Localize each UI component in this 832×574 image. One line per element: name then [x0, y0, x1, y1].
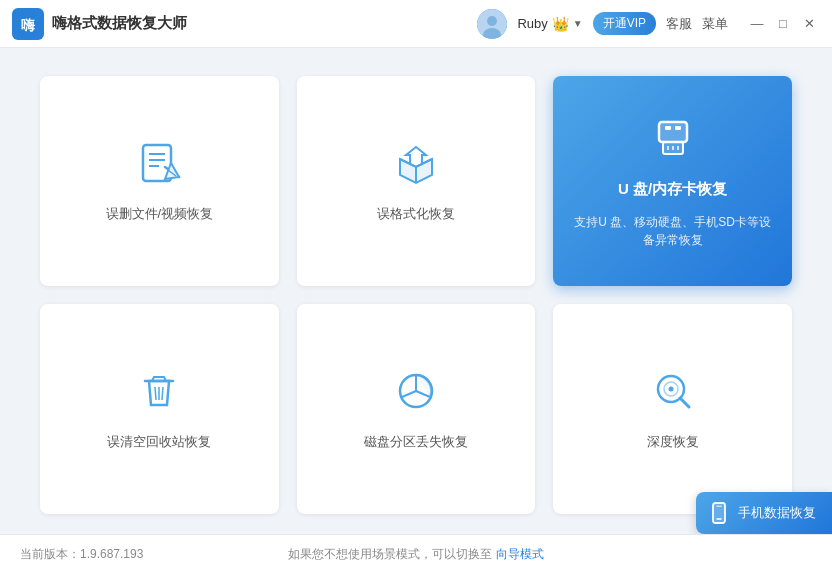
card-format[interactable]: 误格式化恢复 [297, 76, 536, 286]
phone-icon [708, 502, 730, 524]
card-delete-file[interactable]: 误删文件/视频恢复 [40, 76, 279, 286]
user-controls: Ruby 👑 ▼ [517, 16, 582, 32]
guide-link[interactable]: 向导模式 [496, 547, 544, 561]
deep-icon [649, 367, 697, 419]
phone-recovery-label: 手机数据恢复 [738, 504, 816, 522]
svg-rect-10 [659, 122, 687, 142]
service-link[interactable]: 客服 [666, 15, 692, 33]
card-partition-label: 磁盘分区丢失恢复 [364, 433, 468, 451]
title-bar: 嗨 嗨格式数据恢复大师 Ruby 👑 ▼ 开通VIP 客服 菜单 — □ ✕ [0, 0, 832, 48]
guide-static-text: 如果您不想使用场景模式，可以切换至 [288, 547, 492, 561]
card-usb-title: U 盘/内存卡恢复 [618, 180, 727, 199]
main-content: 误删文件/视频恢复 误格式化恢复 [0, 48, 832, 534]
recycle-icon [135, 367, 183, 419]
maximize-button[interactable]: □ [772, 13, 794, 35]
svg-point-25 [668, 387, 673, 392]
svg-rect-28 [716, 506, 722, 508]
svg-line-23 [680, 398, 689, 407]
crown-icon: 👑 [552, 16, 569, 32]
svg-rect-11 [665, 126, 671, 130]
vip-button[interactable]: 开通VIP [593, 12, 656, 35]
window-controls: — □ ✕ [746, 13, 820, 35]
card-recycle-label: 误清空回收站恢复 [107, 433, 211, 451]
format-icon [392, 139, 440, 191]
svg-rect-12 [675, 126, 681, 130]
card-delete-file-label: 误删文件/视频恢复 [106, 205, 214, 223]
guide-text: 如果您不想使用场景模式，可以切换至 向导模式 [288, 546, 543, 563]
svg-line-18 [155, 387, 156, 400]
delete-file-icon [135, 139, 183, 191]
app-title: 嗨格式数据恢复大师 [52, 14, 187, 33]
title-bar-right: Ruby 👑 ▼ 开通VIP 客服 菜单 — □ ✕ [477, 9, 820, 39]
menu-link[interactable]: 菜单 [702, 15, 728, 33]
card-recycle[interactable]: 误清空回收站恢复 [40, 304, 279, 514]
version-text: 当前版本：1.9.687.193 [20, 546, 143, 563]
minimize-button[interactable]: — [746, 13, 768, 35]
user-name: Ruby [517, 16, 547, 31]
card-usb-subtitle: 支持U 盘、移动硬盘、手机SD卡等设备异常恢复 [573, 213, 772, 249]
svg-line-20 [162, 387, 163, 400]
svg-text:嗨: 嗨 [21, 17, 36, 33]
logo-icon: 嗨 [12, 8, 44, 40]
close-button[interactable]: ✕ [798, 13, 820, 35]
app-logo: 嗨 嗨格式数据恢复大师 [12, 8, 187, 40]
usb-icon [649, 114, 697, 166]
card-grid: 误删文件/视频恢复 误格式化恢复 [40, 76, 792, 514]
avatar [477, 9, 507, 39]
bottom-bar: 当前版本：1.9.687.193 如果您不想使用场景模式，可以切换至 向导模式 [0, 534, 832, 574]
partition-icon [392, 367, 440, 419]
card-deep[interactable]: 深度恢复 [553, 304, 792, 514]
svg-point-3 [487, 16, 497, 26]
card-deep-label: 深度恢复 [647, 433, 699, 451]
card-partition[interactable]: 磁盘分区丢失恢复 [297, 304, 536, 514]
user-dropdown-arrow[interactable]: ▼ [573, 18, 583, 29]
phone-recovery-button[interactable]: 手机数据恢复 [696, 492, 832, 534]
card-format-label: 误格式化恢复 [377, 205, 455, 223]
card-usb[interactable]: U 盘/内存卡恢复 支持U 盘、移动硬盘、手机SD卡等设备异常恢复 [553, 76, 792, 286]
